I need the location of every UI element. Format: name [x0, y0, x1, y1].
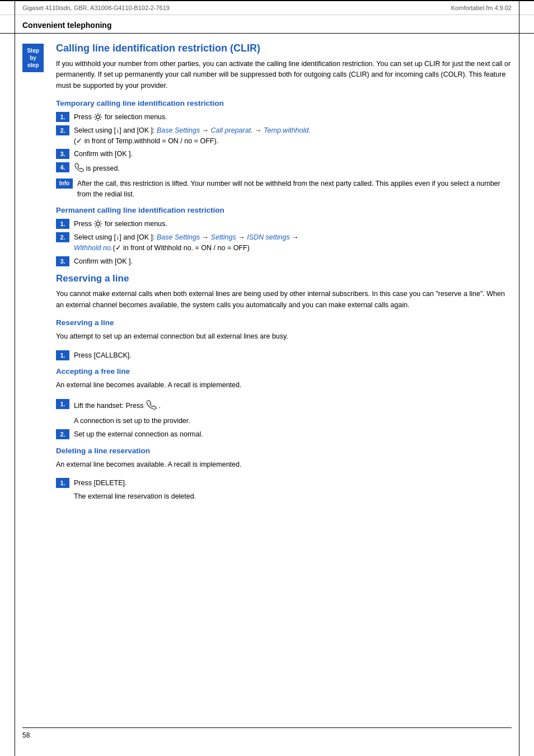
- deleting-steps: 1. Press [DELETE]. The external line res…: [56, 478, 512, 502]
- section-title: Convenient telephoning: [22, 21, 111, 30]
- deleting-step-num-1: 1.: [56, 478, 69, 488]
- temp-step-1: 1. Press for selection menus.: [56, 112, 512, 123]
- vert-rule-left: [15, 0, 15, 756]
- accepting-heading: Accepting a free line: [56, 367, 512, 375]
- deleting-heading: Deleting a line reservation: [56, 447, 512, 455]
- footer: 58: [22, 731, 30, 739]
- perm-step-num-2: 2.: [56, 232, 69, 242]
- temp-step-2: 2. Select using [↓] and [OK ]: Base Sett…: [56, 125, 512, 147]
- accepting-step-num-1: 1.: [56, 399, 69, 409]
- svg-point-0: [96, 115, 100, 119]
- temp-step-text-2: Select using [↓] and [OK ]: Base Setting…: [74, 125, 311, 147]
- accepting-intro: An external line becomes available. A re…: [56, 380, 512, 391]
- temp-step-text-1: Press for selection menus.: [74, 112, 167, 123]
- temp-info-text: After the call, this restriction is lift…: [77, 179, 512, 200]
- reserving-steps: 1. Press [CALLBCK].: [56, 350, 512, 361]
- deleting-info-text-1: The external line reservation is deleted…: [74, 491, 196, 502]
- main-content: Step by step Calling line identification…: [0, 43, 534, 509]
- reserving-intro: You cannot make external calls when both…: [56, 289, 512, 311]
- header-bar: Gigaset 4110isdn, GBR, A31008-G4110-B102…: [0, 0, 534, 15]
- perm-step-num-1: 1.: [56, 219, 69, 229]
- temp-clir-steps: 1. Press for selection menus. 2. Select …: [56, 112, 512, 199]
- gear-icon: [93, 112, 102, 121]
- right-content: Calling line identification restriction …: [51, 43, 512, 509]
- temp-clir-heading: Temporary calling line identification re…: [56, 99, 512, 107]
- reserving-sub-heading: Reserving a line: [56, 318, 512, 327]
- temp-info-row: Info After the call, this restriction is…: [56, 179, 512, 200]
- deleting-step-text-1: Press [DELETE].: [74, 478, 127, 489]
- reserving-step-1: 1. Press [CALLBCK].: [56, 350, 512, 361]
- accepting-step-text-2: Set up the external connection as normal…: [74, 429, 203, 440]
- temp-step-num-2: 2.: [56, 125, 69, 135]
- perm-step-text-3: Confirm with [OK ].: [74, 256, 133, 267]
- deleting-info-1: The external line reservation is deleted…: [56, 491, 512, 502]
- reserving-sub-intro: You attempt to set up an external connec…: [56, 331, 512, 342]
- perm-step-3: 3. Confirm with [OK ].: [56, 256, 512, 267]
- info-badge: Info: [56, 179, 73, 189]
- header-left: Gigaset 4110isdn, GBR, A31008-G4110-B102…: [22, 4, 170, 11]
- page-number: 58: [22, 731, 30, 739]
- step-badge-line2: by: [25, 54, 41, 62]
- accepting-steps: 1. Lift the handset: Press . A connectio…: [56, 399, 512, 440]
- temp-step-text-4: is pressed.: [74, 162, 120, 176]
- step-badge-col: Step by step: [22, 43, 51, 509]
- step-badge: Step by step: [22, 44, 44, 72]
- phone-handset-icon: [74, 162, 84, 176]
- temp-step-num-3: 3.: [56, 149, 69, 159]
- perm-step-num-3: 3.: [56, 256, 69, 266]
- page: Gigaset 4110isdn, GBR, A31008-G4110-B102…: [0, 0, 534, 756]
- accepting-info-text-1: A connection is set up to the provider.: [74, 416, 190, 426]
- svg-point-1: [96, 222, 100, 226]
- step-badge-line3: step: [25, 62, 41, 69]
- deleting-intro: An external line becomes available. A re…: [56, 459, 512, 470]
- footer-line: [22, 727, 512, 728]
- perm-step-1: 1. Press for selection menus.: [56, 219, 512, 229]
- reserving-heading: Reserving a line: [56, 273, 512, 284]
- accepting-info-1: A connection is set up to the provider.: [56, 416, 512, 426]
- perm-clir-steps: 1. Press for selection menus. 2. Select …: [56, 219, 512, 266]
- step-badge-line1: Step: [25, 47, 41, 54]
- accepting-step-1: 1. Lift the handset: Press .: [56, 399, 512, 414]
- gear-icon-perm: [93, 219, 102, 228]
- section-title-bar: Convenient telephoning: [0, 15, 534, 34]
- accepting-step-2: 2. Set up the external connection as nor…: [56, 429, 512, 440]
- temp-step-4: 4. is pressed.: [56, 162, 512, 176]
- handset-icon-accepting: [146, 399, 157, 414]
- temp-step-3: 3. Confirm with [OK ].: [56, 149, 512, 159]
- temp-step-num-4: 4.: [56, 162, 69, 172]
- accepting-step-num-2: 2.: [56, 429, 69, 439]
- vert-rule-right: [519, 0, 519, 756]
- reserving-step-text-1: Press [CALLBCK].: [74, 350, 132, 361]
- clir-intro: If you withhold your number from other p…: [56, 59, 512, 91]
- temp-step-num-1: 1.: [56, 112, 69, 122]
- accepting-step-text-1: Lift the handset: Press .: [74, 399, 161, 414]
- header-right: Komfortabel.fm 4.9.02: [451, 4, 512, 11]
- deleting-step-1: 1. Press [DELETE].: [56, 478, 512, 489]
- clir-heading: Calling line identification restriction …: [56, 43, 512, 54]
- perm-step-text-2: Select using [↓] and [OK ]: Base Setting…: [74, 232, 299, 253]
- reserving-step-num-1: 1.: [56, 350, 69, 360]
- perm-step-text-1: Press for selection menus.: [74, 219, 167, 229]
- perm-clir-heading: Permanent calling line identification re…: [56, 206, 512, 214]
- perm-step-2: 2. Select using [↓] and [OK ]: Base Sett…: [56, 232, 512, 253]
- temp-step-text-3: Confirm with [OK ].: [74, 149, 133, 159]
